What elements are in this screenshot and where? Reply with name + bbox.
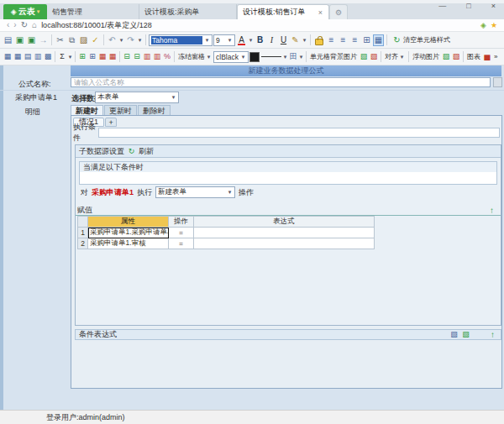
- chevron-down-icon: ▾: [206, 54, 212, 60]
- font-name-select[interactable]: Tahoma ▾: [149, 34, 213, 46]
- lock-icon[interactable]: [315, 39, 323, 45]
- maximize-button[interactable]: □: [466, 2, 470, 10]
- collapse-up-icon[interactable]: ↑: [490, 206, 494, 215]
- borders-picker-icon[interactable]: 田: [288, 51, 298, 63]
- tab-sales-management[interactable]: 销售管理: [47, 4, 139, 19]
- brand-diamond-icon[interactable]: ◈: [480, 21, 486, 29]
- bg-image-delete-icon[interactable]: ▧: [369, 51, 379, 63]
- font-color-caret-icon[interactable]: ▾: [248, 37, 254, 44]
- float-image-add-icon[interactable]: ▧: [441, 51, 451, 63]
- condition-input-area[interactable]: [80, 172, 496, 184]
- property-cell[interactable]: 采购申请单1.审核: [88, 238, 169, 249]
- home-icon[interactable]: ⌂: [32, 21, 37, 29]
- border-grid-icon[interactable]: ▦: [373, 34, 384, 46]
- collapse-up-icon[interactable]: ↑: [491, 330, 495, 339]
- separator: [103, 34, 104, 45]
- redo-caret-icon[interactable]: ▾: [137, 37, 143, 44]
- paste-icon[interactable]: ▨: [78, 34, 89, 46]
- add-case-tab-button[interactable]: +: [105, 118, 117, 127]
- delete-cell-icon[interactable]: ▦: [97, 51, 108, 63]
- insert-table-icon[interactable]: ▦: [3, 51, 13, 63]
- toolbar-overflow-button[interactable]: »: [492, 53, 499, 60]
- add-cell-icon[interactable]: ⊞: [77, 51, 87, 63]
- align-left-icon[interactable]: ≡: [326, 34, 337, 46]
- back-icon[interactable]: ‹: [7, 21, 9, 29]
- formula-name-input[interactable]: [71, 77, 491, 87]
- datasource-select[interactable]: 本表单 ▾: [95, 92, 179, 103]
- redo-icon[interactable]: ↷: [125, 34, 136, 46]
- expression-cell[interactable]: [194, 238, 375, 249]
- excel-export-icon[interactable]: ▣: [26, 34, 37, 46]
- border-all-icon[interactable]: ⊞: [361, 34, 372, 46]
- reload-icon[interactable]: ↻: [21, 21, 28, 29]
- url-text[interactable]: localhost:88/10001/表单定义/128: [41, 20, 152, 31]
- highlight-icon[interactable]: ✎: [290, 34, 301, 46]
- operation-cell[interactable]: =: [169, 228, 194, 238]
- borders-caret-icon[interactable]: ▾: [298, 54, 304, 60]
- cut-icon[interactable]: ✂: [55, 34, 66, 46]
- close-button[interactable]: ×: [491, 2, 496, 10]
- insert-row-icon[interactable]: ▤: [23, 51, 33, 63]
- expression-tool-icon[interactable]: ▧: [449, 330, 459, 339]
- font-size-select[interactable]: 9 ▾: [213, 34, 235, 46]
- expression-cell[interactable]: [194, 228, 375, 238]
- expression-column-header: 表达式: [194, 217, 375, 228]
- percent-format-icon[interactable]: %: [162, 51, 172, 63]
- exec-condition-input[interactable]: [98, 128, 500, 138]
- property-cell-selected[interactable]: 采购申请单1.采购申请单单号: [88, 228, 169, 238]
- merge-cells-icon[interactable]: ▩: [43, 51, 53, 63]
- insert-column-icon[interactable]: ▥: [33, 51, 43, 63]
- align-menu-button[interactable]: 对齐 ▾: [383, 52, 407, 61]
- undo-caret-icon[interactable]: ▾: [118, 37, 124, 44]
- remove-grid-alt-icon[interactable]: ▥: [152, 51, 162, 63]
- remove-grid-icon[interactable]: ▥: [142, 51, 152, 63]
- save-icon[interactable]: ▤: [3, 34, 13, 46]
- expression-tool-alt-icon[interactable]: ▧: [461, 330, 470, 339]
- bg-image-add-icon[interactable]: ▧: [359, 51, 369, 63]
- operation-cell[interactable]: =: [169, 238, 194, 249]
- color-swatch[interactable]: [249, 52, 260, 62]
- copy-icon[interactable]: ⧉: [66, 34, 77, 46]
- sidebar-item-detail[interactable]: 明细: [25, 107, 40, 118]
- color-name-select[interactable]: clBlack ▾: [213, 51, 249, 63]
- excel-import-icon[interactable]: ▣: [14, 34, 25, 46]
- tab-design-template-purchase[interactable]: 设计模板:采购单: [139, 4, 237, 19]
- freeze-panes-button[interactable]: 冻结窗格 ▾: [176, 52, 213, 61]
- tab-settings[interactable]: ⚙: [329, 4, 348, 19]
- edit-cell-icon[interactable]: ⊞: [87, 51, 97, 63]
- sum-icon[interactable]: Σ: [57, 51, 67, 63]
- forward-icon[interactable]: ›: [13, 21, 16, 29]
- line-style-icon[interactable]: [261, 56, 281, 57]
- chart-icon[interactable]: ▅: [482, 51, 492, 63]
- sidebar-item-purchase-request[interactable]: 采购申请单1: [15, 92, 57, 103]
- refresh-icon[interactable]: ↻: [127, 147, 136, 156]
- line-style-caret-icon[interactable]: ▾: [282, 54, 288, 60]
- operation-select[interactable]: 新建表单 ▾: [155, 186, 235, 198]
- app-logo-button[interactable]: ◈ 云表 ▾: [3, 4, 47, 19]
- link-cell-icon[interactable]: ⊟: [122, 51, 132, 63]
- align-right-icon[interactable]: ≡: [349, 34, 360, 46]
- bold-icon[interactable]: B: [255, 34, 265, 46]
- minimize-button[interactable]: —: [438, 2, 446, 10]
- separator: [55, 51, 55, 62]
- italic-icon[interactable]: I: [266, 34, 277, 46]
- delete-table-icon[interactable]: ▦: [13, 51, 23, 63]
- underline-icon[interactable]: U: [278, 34, 289, 46]
- separator: [75, 51, 76, 62]
- exit-icon[interactable]: →: [38, 34, 49, 46]
- lock-cell-icon[interactable]: ⊟: [132, 51, 142, 63]
- sum-caret-icon[interactable]: ▾: [67, 54, 73, 60]
- tab-close-icon[interactable]: ×: [318, 8, 323, 17]
- delete-cell-alt-icon[interactable]: ▦: [108, 51, 118, 63]
- favorite-star-icon[interactable]: ★: [491, 21, 497, 29]
- formula-helper-button[interactable]: [493, 77, 502, 87]
- tab-design-template-sales-order[interactable]: 设计模板:销售订单 ×: [237, 4, 329, 19]
- highlight-caret-icon[interactable]: ▾: [302, 37, 307, 44]
- float-image-delete-icon[interactable]: ▧: [451, 51, 461, 63]
- align-center-icon[interactable]: ≡: [338, 34, 349, 46]
- refresh-label[interactable]: 刷新: [139, 146, 154, 157]
- font-color-icon[interactable]: A: [236, 34, 247, 46]
- undo-icon[interactable]: ↶: [107, 34, 118, 46]
- format-painter-icon[interactable]: ✓: [90, 34, 101, 46]
- clear-cell-style-button[interactable]: ↻ 清空单元格样式: [390, 34, 452, 46]
